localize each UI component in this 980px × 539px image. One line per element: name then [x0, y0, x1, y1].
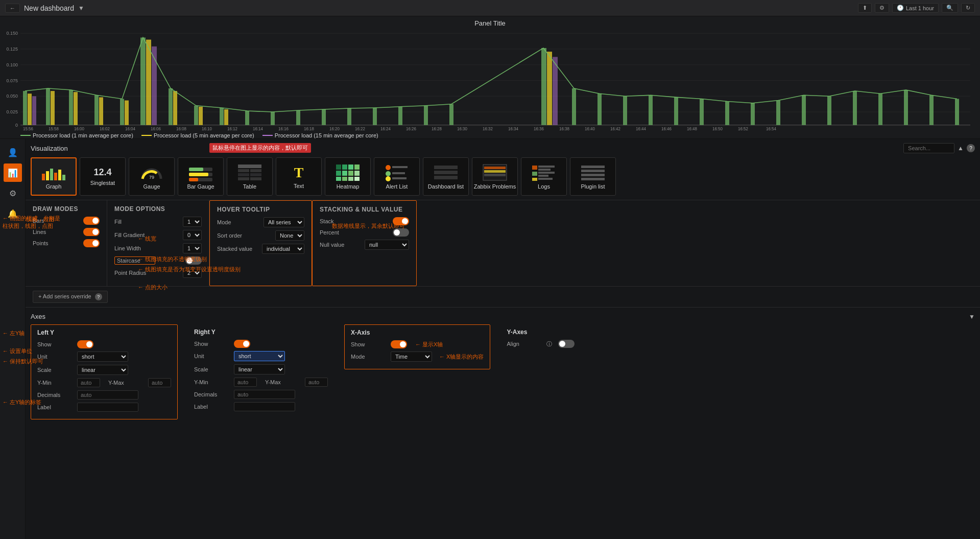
svg-rect-110 — [238, 177, 249, 180]
legend-color-15min — [262, 135, 273, 136]
viz-help-icon[interactable]: ? — [967, 144, 975, 152]
zoom-button[interactable]: 🔍 — [942, 3, 958, 13]
fill-gradient-select[interactable]: 012 — [183, 230, 202, 240]
viz-item-text[interactable]: T Text — [276, 157, 322, 196]
svg-rect-35 — [271, 112, 275, 125]
time-range-button[interactable]: 🕐 Last 1 hour — [892, 3, 939, 13]
back-button[interactable]: ← — [5, 4, 20, 13]
x-axis-show-toggle[interactable] — [391, 340, 407, 348]
left-y-min-input[interactable] — [77, 378, 100, 387]
import-button[interactable]: ⬆ — [858, 3, 872, 13]
svg-rect-137 — [532, 166, 537, 170]
x-mode-annotation: ← X轴显示的内容 — [439, 353, 484, 361]
svg-rect-59 — [904, 90, 908, 125]
clock-icon: 🕐 — [897, 5, 904, 11]
viz-item-bar-gauge[interactable]: Bar Gauge — [178, 157, 224, 196]
svg-rect-60 — [929, 95, 934, 125]
left-y-max-input[interactable] — [148, 378, 171, 387]
right-y-label-input[interactable] — [234, 402, 295, 411]
viz-item-gauge-label: Gauge — [143, 183, 160, 190]
settings-button[interactable]: ⚙ — [875, 3, 889, 13]
svg-text:16:34: 16:34 — [508, 127, 518, 130]
sidebar-icon-user[interactable]: 👤 — [4, 143, 22, 161]
svg-text:16:26: 16:26 — [406, 127, 416, 130]
right-y-max-input[interactable] — [305, 378, 328, 387]
back-icon: ← — [10, 5, 15, 11]
draw-modes-title: Draw Modes — [33, 205, 100, 213]
time-range-label: Last 1 hour — [906, 5, 934, 11]
svg-rect-46 — [572, 88, 576, 125]
svg-text:16:52: 16:52 — [738, 127, 748, 130]
svg-rect-131 — [434, 171, 458, 174]
dropdown-icon[interactable]: ▼ — [78, 5, 84, 12]
bar-gauge-icon — [188, 163, 213, 181]
viz-item-singlestat[interactable]: 12.4 Singlestat — [80, 157, 126, 196]
viz-item-plugin-list[interactable]: Plugin list — [570, 157, 616, 196]
viz-item-table[interactable]: Table — [227, 157, 273, 196]
x-show-annotation: ← 显示X轴 — [415, 341, 443, 348]
viz-item-dashboard-list[interactable]: Dashboard list — [423, 157, 469, 196]
line-width-select[interactable]: 123 — [183, 243, 202, 253]
svg-rect-113 — [342, 165, 347, 170]
viz-item-alert-list-label: Alert List — [386, 183, 408, 190]
left-y-decimals-input[interactable] — [77, 390, 138, 400]
tooltip-annotation: 鼠标悬停在图上显示的内容，默认即可 — [209, 143, 311, 153]
stacked-value-select[interactable]: individualcumulative — [262, 244, 304, 254]
bars-toggle[interactable] — [83, 217, 100, 225]
svg-text:15:58: 15:58 — [49, 127, 59, 130]
right-y-min-input[interactable] — [234, 378, 257, 387]
viz-item-zabbix-problems[interactable]: Zabbix Problems — [472, 157, 518, 196]
lines-toggle[interactable] — [83, 228, 100, 236]
viz-item-alert-list[interactable]: Alert List — [374, 157, 420, 196]
left-y-unit-select[interactable]: shortpercentms — [77, 351, 128, 362]
left-y-label-input[interactable] — [77, 403, 138, 412]
y-axes-align-row: Align ⓘ — [507, 340, 586, 348]
svg-rect-147 — [581, 174, 605, 176]
x-axis-mode-select[interactable]: TimeSeriesHistogram — [391, 351, 432, 362]
null-value-select[interactable]: nullconnectednull as zero — [365, 240, 409, 250]
y-axes-align-toggle[interactable] — [558, 340, 575, 348]
sidebar-icon-chart[interactable]: 📊 — [4, 163, 22, 182]
viz-item-singlestat-label: Singlestat — [90, 180, 115, 186]
viz-search-input[interactable] — [903, 143, 954, 153]
svg-rect-116 — [336, 171, 341, 176]
right-y-decimals-input[interactable] — [234, 390, 295, 399]
svg-text:0: 0 — [15, 123, 18, 128]
table-icon — [237, 163, 262, 181]
viz-item-logs[interactable]: Logs — [521, 157, 567, 196]
svg-rect-55 — [802, 95, 806, 125]
viz-item-graph[interactable]: Graph — [31, 157, 77, 196]
viz-collapse-icon[interactable]: ▲ — [958, 145, 964, 152]
viz-item-heatmap[interactable]: Heatmap — [325, 157, 371, 196]
right-y-unit-select[interactable]: shortpercent — [234, 351, 285, 361]
sort-order-select[interactable]: NoneAscDesc — [275, 230, 304, 241]
refresh-button[interactable]: ↻ — [961, 3, 975, 13]
svg-rect-95 — [54, 173, 57, 180]
svg-text:16:08: 16:08 — [176, 127, 186, 130]
tooltip-mode-select[interactable]: All seriesSingle — [264, 217, 304, 227]
viz-item-gauge[interactable]: 79 Gauge — [129, 157, 175, 196]
line-width-row: Line Width 123 — [114, 243, 202, 253]
fill-select[interactable]: 1230 — [183, 217, 202, 227]
left-y-scale-select[interactable]: linearlog(2)log(10) — [77, 365, 128, 375]
left-y-show-toggle[interactable] — [77, 340, 93, 348]
legend-item-1min: Processor load (1 min average per core) — [20, 132, 133, 138]
right-y-show-toggle[interactable] — [234, 340, 250, 348]
svg-text:16:20: 16:20 — [329, 127, 340, 130]
points-label: Points — [33, 240, 74, 246]
viz-item-text-label: Text — [294, 183, 304, 189]
right-y-show-row: Show — [194, 340, 328, 348]
heatmap-icon — [335, 163, 361, 181]
legend-label-5min: Processor load (5 min average per core) — [154, 132, 254, 138]
top-bar-left: ← New dashboard ▼ — [5, 4, 84, 13]
add-series-override-button[interactable]: + Add series override ? — [33, 291, 108, 303]
points-toggle[interactable] — [83, 239, 100, 247]
right-y-scale-select[interactable]: linearlog — [234, 364, 285, 374]
right-y-label-row: Label — [194, 402, 328, 411]
axes-collapse-icon[interactable]: ▼ — [969, 313, 975, 320]
null-value-label: Null value — [320, 242, 361, 248]
svg-rect-134 — [484, 167, 506, 169]
sidebar-icon-settings[interactable]: ⚙ — [4, 184, 22, 202]
label-arrow: ← 左Y轴的标签 — [26, 399, 41, 406]
viz-header: Visualization ▲ ? — [31, 143, 975, 153]
